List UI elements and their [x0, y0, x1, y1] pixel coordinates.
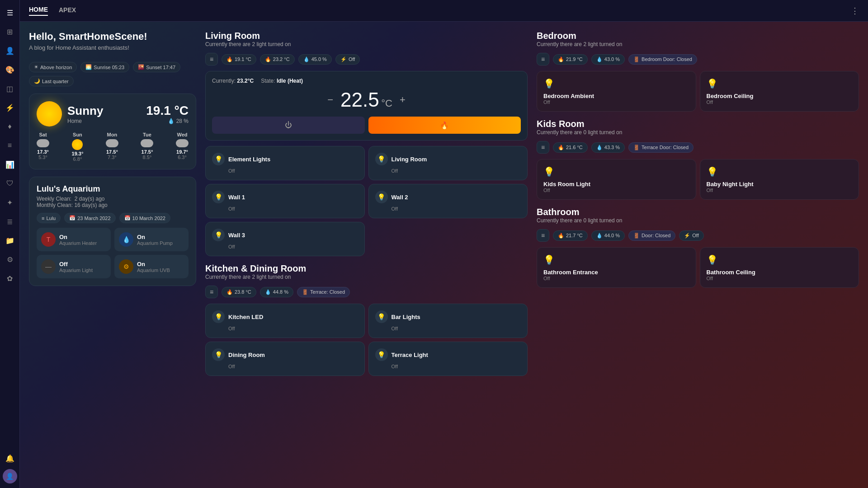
kids-room-light-tile[interactable]: 💡 Kids Room Light Off	[537, 159, 696, 200]
kitchen-door-icon: 🚪	[302, 289, 308, 295]
terrace-light-tile[interactable]: 💡 Terrace Light Off	[368, 342, 528, 376]
kitchen-water-icon: 💧	[265, 289, 271, 295]
sidebar-grid-icon[interactable]: ⊞	[2, 23, 18, 40]
sidebar-palette-icon[interactable]: 🎨	[2, 61, 18, 78]
sidebar-settings-icon[interactable]: ⚙	[2, 251, 18, 267]
weather-main: Sunny Home 19.1 °C 💧 28 %	[37, 101, 189, 127]
content-area: Hello, SmartHomeScene! A blog for Home A…	[20, 22, 868, 488]
temp-increase-button[interactable]: +	[400, 94, 406, 106]
greeting-section: Hello, SmartHomeScene! A blog for Home A…	[29, 31, 196, 51]
weather-card: Sunny Home 19.1 °C 💧 28 % Sat	[29, 94, 196, 169]
wall3-tile[interactable]: 💡 Wall 3 Off	[205, 222, 365, 256]
bedroom-ceiling-tile[interactable]: 💡 Bedroom Ceiling Off	[700, 71, 859, 112]
light-off-icon: —	[41, 259, 56, 274]
bedroom-title: Bedroom	[537, 31, 859, 41]
aquarium-tag-lulu[interactable]: ≡ Lulu	[37, 213, 61, 223]
bathroom-entrance-icon: 💡	[543, 254, 689, 265]
sidebar-chart-icon[interactable]: 📊	[2, 156, 18, 173]
sunrise-icon: 🌅	[85, 64, 92, 70]
right-column: Bedroom Currently there are 2 light turn…	[537, 31, 859, 479]
bathroom-stat-humidity: 💧 44.0 %	[591, 230, 625, 241]
aquarium-tag-date1[interactable]: 📅 23 March 2022	[64, 213, 115, 223]
top-nav: HOME APEX ⋮	[20, 0, 868, 22]
wall2-tile[interactable]: 💡 Wall 2 Off	[368, 184, 528, 218]
more-options-icon[interactable]: ⋮	[851, 6, 859, 16]
kids-fire-icon: 🔥	[558, 145, 564, 150]
thermostat-card: Currently: 23.2°C State: Idle (Heat) − 2…	[205, 71, 528, 141]
sidebar-user-icon[interactable]: 👤	[2, 42, 18, 59]
baby-night-light-tile[interactable]: 💡 Baby Night Light Off	[700, 159, 859, 200]
sidebar-flower-icon[interactable]: ✿	[2, 270, 18, 286]
bathroom-title: Bathroom	[537, 207, 859, 217]
sidebar-star-icon[interactable]: ✦	[2, 194, 18, 211]
dining-room-tile[interactable]: 💡 Dining Room Off	[205, 342, 365, 376]
living-room-title: Living Room	[205, 31, 528, 41]
sidebar-folder-icon[interactable]: 📁	[2, 232, 18, 249]
bathroom-menu[interactable]: ≡	[537, 229, 549, 242]
element-lights-tile[interactable]: 💡 Element Lights Off	[205, 146, 365, 180]
weather-temp: 19.1 °C 💧 28 %	[146, 103, 189, 124]
living-room-menu[interactable]: ≡	[205, 53, 218, 66]
bar-lights-header: 💡 Bar Lights	[375, 310, 521, 323]
aquarium-tag-date2[interactable]: 📅 10 March 2022	[119, 213, 170, 223]
weather-icon-big	[37, 101, 62, 127]
heater-icon: T	[41, 232, 56, 247]
kids-room-menu[interactable]: ≡	[537, 141, 549, 154]
aquarium-heater-tile[interactable]: T On Aquarium Heater	[37, 228, 111, 251]
living-room-light-header: 💡 Living Room	[375, 153, 521, 165]
date2-label: 10 March 2022	[132, 216, 165, 221]
bar-lights-tile[interactable]: 💡 Bar Lights Off	[368, 304, 528, 338]
living-room-light-tile[interactable]: 💡 Living Room Off	[368, 146, 528, 180]
horizon-icon: ☀	[34, 64, 38, 70]
aquarium-meta: ≡ Lulu 📅 23 March 2022 📅 10 March 2022	[37, 213, 189, 223]
sidebar-shield-icon[interactable]: 🛡	[2, 175, 18, 192]
thermostat-currently: Currently: 23.2°C	[212, 78, 254, 84]
sidebar-diamond-icon[interactable]: ♦	[2, 118, 18, 135]
bedroom-menu[interactable]: ≡	[537, 53, 549, 66]
forecast-sat: Sat 17.3° 5.3°	[37, 132, 49, 162]
living-temp1-val: 19.1 °C	[235, 56, 251, 62]
kids-room-header: Kids Room Currently there are 0 light tu…	[537, 119, 859, 136]
bathroom-door-badge: 🚪 Door: Closed	[628, 230, 675, 241]
kids-door-badge: 🚪 Terrace Door: Closed	[628, 142, 693, 153]
user-avatar[interactable]: 👤	[3, 469, 17, 483]
sidebar-layout-icon[interactable]: ◫	[2, 80, 18, 97]
sidebar-lines-icon[interactable]: ≣	[2, 213, 18, 230]
bathroom-ceiling-tile[interactable]: 💡 Bathroom Ceiling Off	[700, 247, 859, 288]
bathroom-door-icon: 🚪	[633, 233, 640, 239]
bedroom-ambient-tile[interactable]: 💡 Bedroom Ambient Off	[537, 71, 696, 112]
weather-temperature: 19.1 °C	[146, 103, 189, 118]
aquarium-uvb-tile[interactable]: ⚙ On Aquarium UVB	[114, 255, 189, 278]
uvb-info: On Aquarium UVB	[137, 261, 170, 273]
weather-tag-sunrise: 🌅 Sunrise 05:23	[80, 62, 129, 72]
thermostat-power-button[interactable]: ⏻	[212, 117, 365, 134]
aquarium-light-tile[interactable]: — Off Aquarium Light	[37, 255, 111, 278]
kids-door-icon: 🚪	[633, 145, 640, 150]
sidebar-bell-icon[interactable]: 🔔	[2, 450, 18, 466]
kitchen-menu[interactable]: ≡	[205, 286, 218, 298]
uvb-icon: ⚙	[119, 259, 133, 274]
aquarium-weekly: Weekly Clean: 2 day(s) ago	[37, 196, 189, 202]
sidebar-bolt-icon[interactable]: ⚡	[2, 99, 18, 116]
temp-decrease-button[interactable]: −	[327, 94, 333, 106]
kitchen-led-tile[interactable]: 💡 Kitchen LED Off	[205, 304, 365, 338]
lulu-label: Lulu	[46, 216, 56, 221]
aquarium-pump-tile[interactable]: 💧 On Aquarium Pump	[114, 228, 189, 251]
weather-location: Home	[67, 118, 103, 124]
bedroom-ceiling-icon: 💡	[707, 78, 853, 89]
terrace-light-icon: 💡	[375, 348, 388, 361]
kitchen-door-badge: 🚪 Terrace: Closed	[297, 287, 350, 297]
bathroom-entrance-tile[interactable]: 💡 Bathroom Entrance Off	[537, 247, 696, 288]
tab-home[interactable]: HOME	[29, 6, 48, 16]
sidebar-list-icon[interactable]: ≡	[2, 137, 18, 154]
kitchen-stat-temp: 🔥 23.8 °C	[222, 287, 256, 297]
pump-info: On Aquarium Pump	[137, 234, 173, 246]
tab-apex[interactable]: APEX	[59, 6, 76, 15]
forecast-mon: Mon 17.5° 7.3°	[106, 132, 118, 162]
wall1-tile[interactable]: 💡 Wall 1 Off	[205, 184, 365, 218]
kitchen-led-header: 💡 Kitchen LED	[212, 310, 358, 323]
thermostat-flame-button[interactable]: 🔥	[368, 117, 521, 134]
sidebar-menu-icon[interactable]: ☰	[2, 5, 18, 21]
element-lights-header: 💡 Element Lights	[212, 153, 358, 165]
kids-room-stats: ≡ 🔥 21.6 °C 💧 43.3 % 🚪 Terrace Door: Clo…	[537, 141, 859, 154]
